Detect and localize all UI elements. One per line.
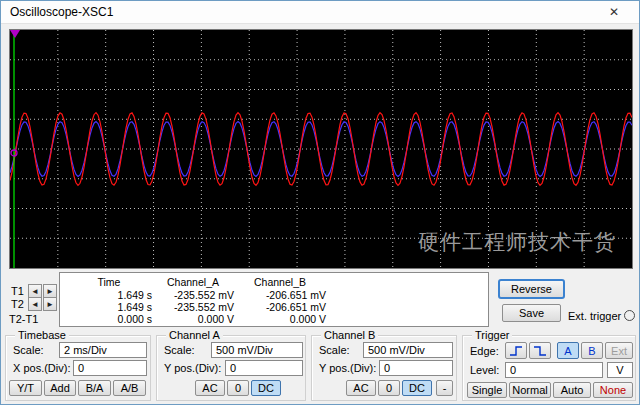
window-title: Oscilloscope-XSC1	[10, 5, 113, 19]
channel-b-ypos-label: Y pos.(Div):	[319, 362, 376, 375]
timebase-scale-input[interactable]: 2 ms/Div	[59, 342, 147, 358]
cursor-flag[interactable]	[10, 30, 20, 38]
trigger-title: Trigger	[472, 329, 512, 341]
trigger-source-a-button[interactable]: A	[557, 342, 579, 359]
ext-trigger-label: Ext. trigger	[568, 310, 621, 323]
scope-watermark: 硬件工程师技术干货	[418, 228, 616, 256]
arrow-right-icon: ►	[46, 287, 54, 296]
channel-a-ac-button[interactable]: AC	[195, 380, 225, 396]
readout-row-t2t1: 0.000 s 0.000 V 0.000 V	[66, 313, 336, 325]
falling-edge-icon	[533, 345, 547, 357]
timebase-title: Timebase	[15, 329, 69, 341]
readout-row-t2: 1.649 s -235.552 mV -206.651 mV	[66, 301, 336, 313]
channel-a-scale-input[interactable]: 500 mV/Div	[211, 342, 303, 358]
t2t1-channel-b: 0.000 V	[234, 313, 326, 325]
channel-b-dc-button[interactable]: DC	[402, 380, 432, 396]
t2-time: 1.649 s	[66, 301, 152, 313]
channel-a-zero-button[interactable]: 0	[227, 380, 249, 396]
scope-display: 硬件工程师技术干货	[9, 29, 633, 269]
timebase-ba-button[interactable]: B/A	[78, 380, 111, 396]
save-button[interactable]: Save	[502, 304, 561, 322]
timebase-scale-label: Scale:	[13, 344, 44, 357]
channel-b-title: Channel B	[321, 329, 378, 341]
trigger-level-input[interactable]: 0	[505, 362, 603, 378]
t1-right-button[interactable]: ►	[43, 284, 57, 298]
trigger-level-unit[interactable]: V	[607, 362, 633, 378]
t1-left-button[interactable]: ◄	[28, 284, 42, 298]
timebase-add-button[interactable]: Add	[44, 380, 76, 396]
close-icon: ✕	[609, 5, 619, 19]
readout-header-channel-b: Channel_B	[234, 276, 326, 288]
readout-box: Time Channel_A Channel_B 1.649 s -235.55…	[59, 272, 489, 327]
channel-a-ypos-input[interactable]: 0	[225, 360, 303, 376]
readout-header-channel-a: Channel_A	[152, 276, 234, 288]
timebase-ab-button[interactable]: A/B	[113, 380, 146, 396]
arrow-left-icon: ◄	[31, 287, 39, 296]
trigger-single-button[interactable]: Single	[467, 382, 507, 398]
readout-row-t1: 1.649 s -235.552 mV -206.651 mV	[66, 289, 336, 301]
channel-a-ypos-label: Y pos.(Div):	[164, 362, 221, 375]
channel-b-zero-button[interactable]: 0	[378, 380, 400, 396]
t2-right-button[interactable]: ►	[43, 297, 57, 311]
arrow-left-icon: ◄	[31, 300, 39, 309]
cursor-t2t1-label: T2-T1	[9, 313, 38, 326]
t1-channel-b: -206.651 mV	[234, 289, 326, 301]
close-button[interactable]: ✕	[598, 1, 630, 23]
trigger-edge-label: Edge:	[470, 345, 499, 358]
rising-edge-icon	[509, 345, 523, 357]
cursor-t1-label: T1	[11, 285, 24, 298]
arrow-right-icon: ►	[46, 300, 54, 309]
title-bar[interactable]: Oscilloscope-XSC1 ✕	[1, 1, 639, 24]
channel-b-minus-button[interactable]: -	[436, 380, 453, 396]
reverse-button[interactable]: Reverse	[498, 279, 565, 299]
oscilloscope-window: Oscilloscope-XSC1 ✕ 硬件工程师技术干货 T1 ◄ ► T2 …	[0, 0, 640, 405]
t2-channel-a: -235.552 mV	[152, 301, 234, 313]
t1-channel-a: -235.552 mV	[152, 289, 234, 301]
channel-b-scale-input[interactable]: 500 mV/Div	[363, 342, 453, 358]
trigger-normal-button[interactable]: Normal	[509, 382, 551, 398]
trigger-source-b-button[interactable]: B	[581, 342, 603, 359]
ext-trigger-terminal	[624, 310, 635, 321]
t2t1-time: 0.000 s	[66, 313, 152, 325]
channel-b-ypos-input[interactable]: 0	[379, 360, 453, 376]
trigger-level-label: Level:	[470, 364, 499, 377]
timebase-xpos-label: X pos.(Div):	[13, 362, 70, 375]
trigger-none-button[interactable]: None	[593, 382, 633, 398]
readout-header-time: Time	[66, 276, 152, 288]
trigger-source-ext-button[interactable]: Ext	[605, 342, 633, 359]
t2-channel-b: -206.651 mV	[234, 301, 326, 313]
channel-b-scale-label: Scale:	[319, 344, 350, 357]
channel-a-scale-label: Scale:	[164, 344, 195, 357]
trigger-edge-falling-button[interactable]	[529, 342, 551, 359]
timebase-xpos-input[interactable]: 0	[73, 360, 147, 376]
t2t1-channel-a: 0.000 V	[152, 313, 234, 325]
timebase-yt-button[interactable]: Y/T	[9, 380, 42, 396]
channel-a-dc-button[interactable]: DC	[251, 380, 281, 396]
trigger-auto-button[interactable]: Auto	[553, 382, 591, 398]
t1-time: 1.649 s	[66, 289, 152, 301]
channel-b-ac-button[interactable]: AC	[346, 380, 376, 396]
channel-a-title: Channel A	[166, 329, 223, 341]
trigger-edge-rising-button[interactable]	[505, 342, 527, 359]
cursor-t2-label: T2	[11, 298, 24, 311]
t2-left-button[interactable]: ◄	[28, 297, 42, 311]
